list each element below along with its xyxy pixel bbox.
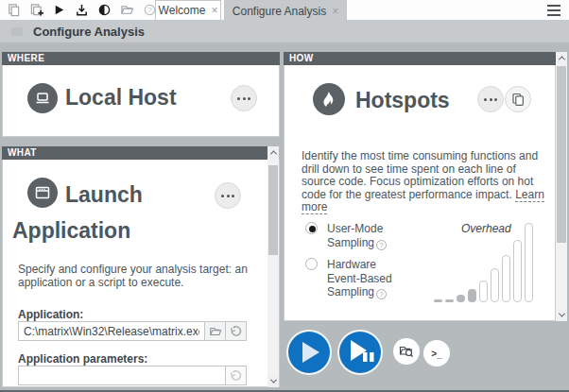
how-scrollbar[interactable] (556, 52, 567, 321)
how-options-button[interactable] (477, 86, 504, 112)
tab-close-icon[interactable]: × (332, 6, 338, 17)
radio-user-mode-sampling[interactable]: User-Mode Sampling? (305, 222, 410, 250)
tab-configure-analysis[interactable]: Configure Analysis × (224, 0, 347, 21)
overhead-bar (513, 240, 522, 302)
open-result-button[interactable] (393, 338, 420, 365)
overhead-bar (457, 295, 465, 302)
menu-icon[interactable] (547, 5, 560, 16)
where-section-header: WHERE (2, 52, 280, 65)
command-line-button[interactable]: >_ (423, 340, 450, 366)
tab-label: Welcome (159, 4, 206, 17)
open-project-icon[interactable] (6, 3, 21, 18)
browse-application-button[interactable] (205, 321, 226, 341)
reset-application-button[interactable] (226, 321, 247, 341)
vtune-configure-analysis-window: ? Welcome × Configure Analysis × Configu… (0, 0, 569, 392)
what-options-button[interactable] (215, 182, 241, 209)
how-title: Hotspots (355, 88, 450, 113)
overhead-bar (491, 268, 499, 302)
tab-label: Configure Analysis (233, 5, 326, 18)
application-parameters-input[interactable] (18, 366, 226, 385)
svg-text:?: ? (147, 6, 151, 14)
scroll-down-icon[interactable] (556, 309, 567, 321)
what-scrollbar[interactable] (267, 146, 279, 387)
overhead-bar (502, 255, 510, 302)
scroll-up-icon[interactable] (267, 146, 279, 159)
how-panel: Hotspots Identify the most time consumin… (284, 65, 556, 321)
scrollbar-thumb[interactable] (268, 165, 278, 255)
radio-icon[interactable] (305, 258, 318, 270)
terminal-icon: >_ (431, 349, 441, 359)
what-title: Launch Application (12, 177, 216, 248)
application-input[interactable] (18, 321, 205, 341)
what-panel: Launch Application Specify and configure… (2, 160, 280, 387)
tab-welcome[interactable]: Welcome × (155, 0, 221, 21)
application-parameters-label: Application parameters: (18, 352, 147, 366)
how-description: Identify the most time consuming functio… (302, 150, 549, 214)
local-host-icon (27, 83, 58, 113)
page-title: Configure Analysis (33, 21, 145, 43)
main-toolbar: ? Welcome × Configure Analysis × (0, 0, 569, 21)
tab-close-icon[interactable]: × (211, 5, 217, 16)
where-title: Local Host (65, 85, 177, 111)
overhead-bar (525, 223, 533, 302)
import-result-icon[interactable] (74, 3, 89, 18)
radio-icon[interactable] (305, 222, 318, 234)
what-description: Specify and configure your analysis targ… (18, 264, 256, 289)
hotspots-flame-icon (313, 83, 345, 115)
compare-results-icon[interactable] (96, 3, 112, 18)
how-section-header: HOW (284, 52, 556, 65)
content-area: WHERE Local Host WHAT Launch Application… (0, 43, 569, 392)
copy-analysis-button[interactable] (505, 86, 531, 112)
start-analysis-icon[interactable] (51, 3, 66, 18)
scroll-up-icon[interactable] (556, 52, 567, 64)
overhead-bar (434, 299, 442, 302)
application-label: Application: (18, 308, 83, 321)
start-button[interactable] (288, 332, 330, 373)
overhead-bar (468, 289, 476, 302)
scrollbar-thumb[interactable] (557, 66, 566, 243)
help-icon[interactable]: ? (376, 289, 387, 299)
open-result-icon[interactable] (119, 3, 134, 18)
new-project-icon[interactable] (28, 3, 43, 18)
overhead-bar (479, 281, 488, 302)
reset-parameters-button[interactable] (226, 366, 247, 385)
scroll-down-icon[interactable] (267, 375, 279, 387)
radio-hardware-event-based-sampling[interactable]: Hardware Event-Based Sampling? (305, 258, 410, 299)
project-icon (11, 27, 23, 36)
page-heading-bar: Configure Analysis (0, 21, 569, 43)
help-icon[interactable]: ? (376, 240, 387, 250)
where-options-button[interactable] (231, 85, 257, 111)
overhead-chart-bars (434, 223, 533, 302)
overhead-bar (445, 299, 454, 302)
where-panel: Local Host (2, 65, 280, 137)
start-paused-button[interactable] (339, 332, 381, 373)
what-section-header: WHAT (2, 146, 267, 160)
